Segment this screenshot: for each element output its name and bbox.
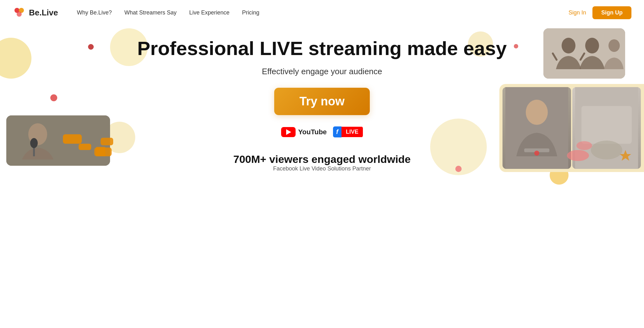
orange-bubble-2 — [101, 138, 113, 145]
sign-in-button[interactable]: Sign In — [569, 9, 586, 16]
sign-up-button[interactable]: Sign Up — [592, 6, 631, 19]
svg-rect-22 — [79, 144, 91, 150]
logo-text: Be.Live — [29, 8, 58, 18]
deco-pink-1 — [50, 94, 57, 101]
nav-link-pricing[interactable]: Pricing — [242, 9, 259, 16]
facebook-f-icon: f — [336, 128, 338, 136]
hero-section: Professional LIVE streaming made easy Ef… — [0, 25, 644, 191]
orange-bubble-1 — [94, 147, 112, 156]
svg-point-12 — [534, 151, 539, 156]
facebook-live-label: LIVE — [341, 127, 363, 137]
facebook-live-badge[interactable]: f LIVE — [333, 126, 363, 137]
youtube-icon — [281, 127, 296, 137]
try-now-button[interactable]: Try now — [274, 88, 370, 115]
youtube-label: YouTube — [298, 128, 327, 136]
logo[interactable]: Be.Live — [13, 6, 58, 19]
bottom-left-image — [6, 115, 110, 166]
svg-rect-17 — [6, 115, 110, 166]
svg-point-2 — [17, 12, 22, 17]
svg-rect-14 — [581, 106, 632, 144]
video-panel-1 — [502, 87, 571, 169]
svg-point-20 — [30, 138, 38, 148]
nav-link-why-belive[interactable]: Why Be.Live? — [77, 9, 112, 16]
svg-rect-9 — [505, 87, 568, 169]
logo-icon — [13, 6, 26, 19]
svg-rect-21 — [63, 134, 82, 144]
hero-title: Professional LIVE streaming made easy — [6, 38, 638, 59]
navbar: Be.Live Why Be.Live? What Streamers Say … — [0, 0, 644, 25]
svg-point-4 — [562, 38, 575, 53]
svg-point-15 — [591, 141, 622, 159]
svg-point-10 — [526, 100, 548, 125]
top-right-image — [543, 28, 625, 79]
nav-link-live-experience[interactable]: Live Experience — [189, 9, 230, 16]
nav-links: Why Be.Live? What Streamers Say Live Exp… — [77, 9, 569, 16]
nav-link-what-streamers-say[interactable]: What Streamers Say — [125, 9, 177, 16]
pink-bubble-2 — [576, 141, 592, 150]
svg-point-5 — [585, 38, 599, 53]
youtube-play-icon — [286, 129, 291, 135]
nav-actions: Sign In Sign Up — [569, 6, 631, 19]
facebook-icon-box: f — [333, 126, 341, 137]
svg-point-6 — [608, 39, 620, 52]
pink-bubble-1 — [567, 150, 589, 161]
youtube-badge[interactable]: YouTube — [281, 127, 327, 137]
hero-subtitle: Effectively engage your audience — [6, 67, 638, 76]
